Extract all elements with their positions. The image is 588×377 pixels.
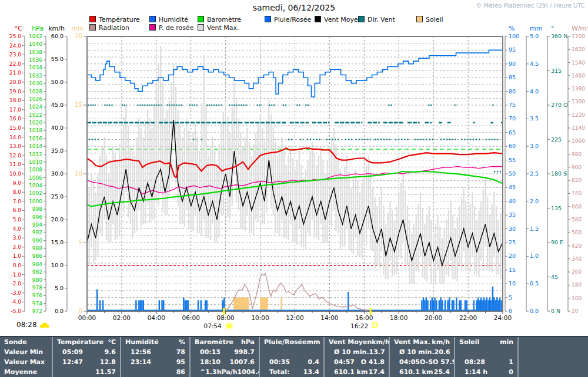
svg-text:07:54: 07:54 bbox=[203, 322, 222, 329]
legend-item-pluie-rosee: Pluie/Rosée bbox=[265, 16, 311, 23]
svg-text:22.0: 22.0 bbox=[9, 61, 21, 67]
table-header-vent-moyen-label: Vent Moyen bbox=[329, 338, 372, 346]
table-header-temperature: Température°C bbox=[53, 337, 120, 347]
svg-text:0 N: 0 N bbox=[551, 308, 560, 314]
axis-°: 360 N315270 O225180 S13590 E450 N° bbox=[547, 25, 568, 314]
table-cell-soleil-moyenne: 1:14 h0 bbox=[455, 367, 517, 377]
svg-text:10: 10 bbox=[75, 170, 82, 177]
table-cell-soleil-valeur-max-label: 08:28 bbox=[459, 358, 485, 366]
svg-text:-5.0: -5.0 bbox=[11, 308, 21, 314]
svg-text:25.0: 25.0 bbox=[9, 33, 21, 39]
table-cell-vent-moyen-moyenne: 610.1 km17.4 bbox=[325, 367, 389, 377]
svg-text:660: 660 bbox=[572, 204, 582, 210]
svg-text:4.5: 4.5 bbox=[530, 60, 539, 67]
table-header-vent-max-value: km/h bbox=[432, 338, 450, 346]
rain-bars bbox=[97, 287, 502, 311]
svg-text:16.0: 16.0 bbox=[9, 116, 21, 122]
table-header-humidite: Humidité% bbox=[121, 337, 189, 347]
svg-text:20.0: 20.0 bbox=[51, 216, 64, 223]
svg-text:0: 0 bbox=[79, 308, 82, 314]
row-label-1: Valeur Min bbox=[0, 347, 52, 357]
table-header-pluie-rosee-label: Pluie/Rosée bbox=[264, 338, 306, 346]
table-header-pluie-rosee-value: mm bbox=[306, 338, 320, 346]
table-cell-temperature-valeur-min-label: 05:09 bbox=[57, 348, 83, 356]
svg-text:1036: 1036 bbox=[29, 57, 42, 63]
table-cell-temperature-valeur-max-value: 12.8 bbox=[100, 358, 116, 366]
table-cell-vent-max-moyenne-label: 610.1 km bbox=[394, 368, 433, 376]
axis-km/h: 60.055.050.045.040.035.030.025.020.015.0… bbox=[48, 25, 67, 314]
svg-text:1.0: 1.0 bbox=[13, 253, 22, 259]
first-sun-annotation: 08:28 bbox=[16, 321, 49, 329]
svg-text:18.0: 18.0 bbox=[9, 97, 21, 103]
table-cell-vent-max-valeur-max: 04:05O-SO 57.9 bbox=[390, 357, 454, 367]
table-cell-pluie-rosee-valeur-max-value: 0.4 bbox=[308, 358, 320, 366]
svg-text:45.0: 45.0 bbox=[51, 102, 64, 108]
svg-text:1016: 1016 bbox=[29, 136, 42, 142]
humidite-swatch bbox=[149, 16, 156, 22]
row-label-0: Sonde bbox=[0, 337, 52, 347]
svg-text:500: 500 bbox=[572, 230, 582, 235]
svg-text:08:00: 08:00 bbox=[217, 314, 235, 321]
svg-text:5.0: 5.0 bbox=[13, 217, 22, 223]
svg-text:15.0: 15.0 bbox=[9, 125, 21, 131]
svg-text:580: 580 bbox=[572, 217, 582, 223]
table-cell-pluie-rosee-moyenne-label: Total: bbox=[264, 368, 289, 376]
legend-label: Soleil bbox=[426, 16, 443, 23]
svg-text:0.5: 0.5 bbox=[530, 280, 539, 287]
svg-text:°C: °C bbox=[15, 25, 23, 32]
svg-text:1012: 1012 bbox=[29, 152, 42, 157]
table-cell-soleil-moyenne-label: 1:14 h bbox=[459, 368, 487, 376]
table-cell-temperature-valeur-max: 12:4712.8 bbox=[53, 357, 120, 367]
svg-text:420: 420 bbox=[572, 243, 582, 249]
svg-text:12:00: 12:00 bbox=[286, 314, 303, 321]
svg-text:1008: 1008 bbox=[29, 167, 42, 173]
svg-text:00:00: 00:00 bbox=[78, 314, 96, 321]
svg-text:20: 20 bbox=[509, 253, 516, 259]
table-cell-pluie-rosee-moyenne-value: 13.4 bbox=[303, 368, 319, 376]
table-cell-humidite-valeur-min-label: 12:56 bbox=[125, 348, 151, 356]
soleil-swatch bbox=[416, 16, 423, 22]
table-cell-barometre-valeur-max-label: 18:10 bbox=[195, 358, 220, 366]
table-cell-humidite-valeur-min-value: 78 bbox=[176, 348, 185, 356]
svg-text:60.0: 60.0 bbox=[51, 33, 64, 39]
svg-text:1540: 1540 bbox=[572, 60, 585, 66]
svg-text:982: 982 bbox=[32, 269, 42, 275]
table-cell-temperature-valeur-max-label: 12:47 bbox=[57, 358, 83, 366]
svg-text:3.5: 3.5 bbox=[530, 115, 539, 122]
table-cell-vent-max-moyenne: 610.1 km25.4 bbox=[390, 367, 454, 377]
svg-text:15: 15 bbox=[509, 267, 516, 273]
legend-label: Radiation bbox=[99, 24, 129, 32]
table-cell-soleil-valeur-max-value: 1 bbox=[509, 358, 513, 366]
svg-text:50: 50 bbox=[509, 170, 516, 177]
table-col-barometre: BaromètrehPa00:13998.718:101007.6^1.3hPa… bbox=[189, 337, 259, 377]
table-cell-temperature-moyenne-value: 11.57 bbox=[95, 368, 116, 376]
svg-text:65: 65 bbox=[509, 129, 516, 136]
svg-text:900: 900 bbox=[572, 164, 582, 170]
svg-text:75: 75 bbox=[509, 102, 516, 108]
legend-label: Baromètre bbox=[207, 16, 241, 23]
svg-text:24.0: 24.0 bbox=[9, 43, 21, 49]
legend-label: Vent Max. bbox=[207, 24, 239, 32]
svg-text:0: 0 bbox=[509, 308, 512, 314]
svg-text:1038: 1038 bbox=[29, 49, 42, 55]
table-cell-humidite-valeur-min: 12:5678 bbox=[121, 347, 189, 357]
svg-text:1620: 1620 bbox=[572, 46, 585, 52]
svg-text:1000: 1000 bbox=[29, 198, 42, 204]
table-cell-barometre-valeur-min-value: 998.7 bbox=[234, 348, 255, 356]
svg-text:W/m²: W/m² bbox=[572, 25, 588, 32]
svg-text:02:00: 02:00 bbox=[113, 314, 131, 321]
table-cell-humidite-valeur-max: 23:1495 bbox=[121, 357, 189, 367]
svg-text:1220: 1220 bbox=[572, 112, 585, 118]
svg-text:990: 990 bbox=[32, 238, 42, 244]
axis-min: 20151050min bbox=[71, 25, 86, 314]
table-cell-vent-moyen-valeur-min-value: 13.7 bbox=[369, 348, 385, 356]
table-col-vent-moyen: Vent Moyenkm/hØ 10 min.13.704:57O 41.861… bbox=[323, 337, 389, 377]
table-cell-vent-moyen-moyenne-label: 610.1 km bbox=[329, 368, 368, 376]
svg-text:0.0: 0.0 bbox=[55, 308, 64, 314]
svg-text:16:00: 16:00 bbox=[355, 314, 373, 321]
table-header-vent-moyen-value: km/h bbox=[372, 338, 389, 346]
svg-text:4.0: 4.0 bbox=[530, 88, 539, 95]
table-cell-barometre-valeur-max-value: 1007.6 bbox=[230, 358, 255, 366]
svg-text:1034: 1034 bbox=[29, 65, 42, 70]
temperature-swatch bbox=[89, 16, 96, 22]
